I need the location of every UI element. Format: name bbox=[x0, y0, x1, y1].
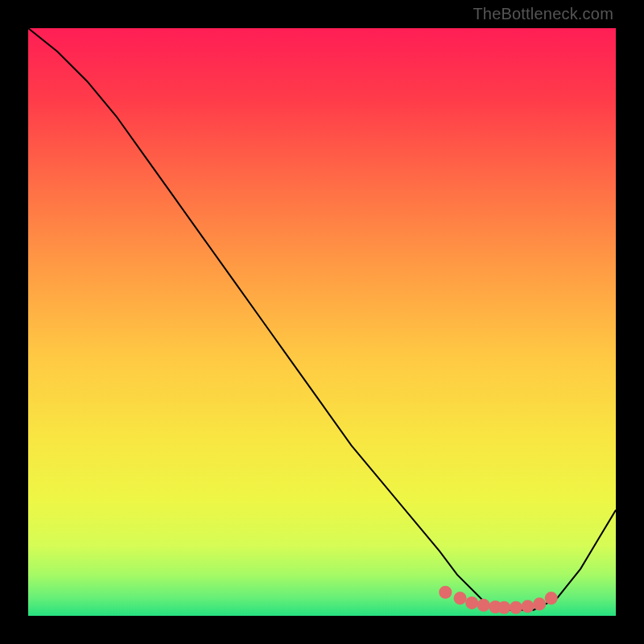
chart-plot-area bbox=[28, 28, 616, 616]
dot-marker bbox=[477, 599, 490, 612]
curve-line bbox=[28, 28, 616, 610]
dot-marker bbox=[510, 601, 522, 614]
dot-marker bbox=[454, 592, 467, 605]
watermark-text: TheBottleneck.com bbox=[473, 5, 613, 23]
dot-marker bbox=[545, 592, 558, 605]
dot-marker bbox=[497, 601, 510, 614]
chart-svg bbox=[28, 28, 616, 616]
dot-marker bbox=[521, 600, 534, 613]
dot-marker bbox=[533, 597, 546, 610]
dot-marker bbox=[465, 597, 478, 609]
dot-marker bbox=[439, 586, 452, 599]
dots-series bbox=[439, 586, 557, 614]
